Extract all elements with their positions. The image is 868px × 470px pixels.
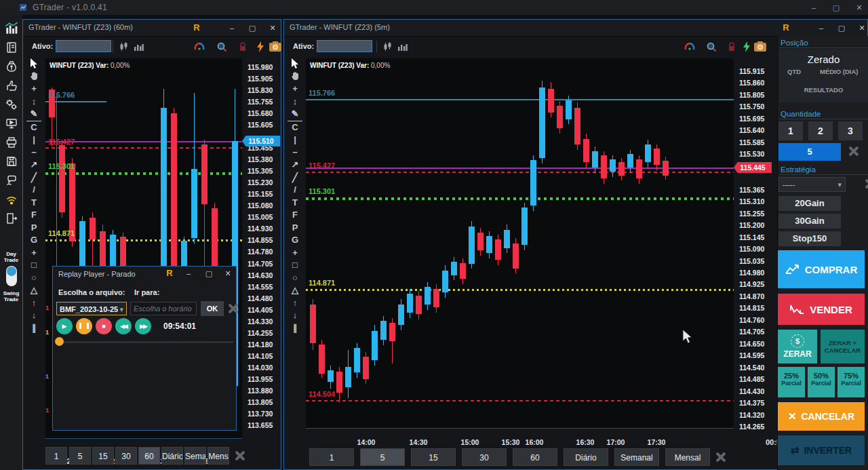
exit-icon[interactable] xyxy=(3,210,20,227)
arrow-trend-tool-icon[interactable]: ↗ xyxy=(26,159,41,172)
replay-settings-icon[interactable] xyxy=(226,302,240,315)
thumbs-up-icon[interactable] xyxy=(3,77,20,94)
replay-slider-track[interactable] xyxy=(56,341,233,343)
text-tool-icon[interactable]: T xyxy=(26,197,41,210)
pitchfork-tool-icon[interactable]: P xyxy=(288,222,302,235)
timeframe-button-Diário[interactable]: Diário xyxy=(161,447,183,465)
timeframe-button-Semanal[interactable]: Semanal xyxy=(614,448,659,466)
timeframe-button-15[interactable]: 15 xyxy=(92,447,114,465)
bar-chart-icon[interactable] xyxy=(395,40,409,54)
timeframe-button-Diário[interactable]: Diário xyxy=(564,448,608,466)
dialog-maximize-button[interactable]: ▢ xyxy=(202,268,216,279)
hand-tool-icon[interactable] xyxy=(288,71,302,83)
search-icon[interactable] xyxy=(705,40,718,54)
support-chat-icon[interactable] xyxy=(3,172,20,189)
arrow-trend-tool-icon[interactable]: ↗ xyxy=(288,159,302,172)
parcial-button-50%[interactable]: 50%Parcial xyxy=(808,367,835,397)
pencil-tool-icon[interactable]: ✎ xyxy=(288,108,302,121)
timeframe-settings-icon[interactable] xyxy=(714,450,728,467)
plus-tool-icon[interactable]: + xyxy=(288,247,302,260)
vline-tool-icon[interactable]: | xyxy=(26,134,41,146)
clone-tool-icon[interactable]: □ xyxy=(26,259,41,272)
window-titlebar-60m[interactable]: GTrader - WINFUT (Z23) (60m) R – ▢ ✕ xyxy=(23,20,281,37)
v-scale-tool-icon[interactable]: ↕ xyxy=(26,96,41,109)
pointer-tool-icon[interactable] xyxy=(288,58,302,71)
triangle-tool-icon[interactable]: △ xyxy=(26,284,41,297)
fast-forward-button[interactable]: ▶▶ xyxy=(135,318,151,334)
quantity-preset-3[interactable]: 3 xyxy=(838,121,863,140)
cancelar-button[interactable]: ✕ CANCELAR xyxy=(778,402,865,431)
close-button[interactable]: ✕ xyxy=(855,22,868,33)
search-icon[interactable] xyxy=(215,40,229,54)
ok-button[interactable]: OK xyxy=(201,301,224,316)
pitchfork-tool-icon[interactable]: P xyxy=(26,222,41,235)
ray-tool-icon[interactable]: / xyxy=(26,184,41,197)
replay-indicator[interactable]: R xyxy=(779,22,793,33)
window-titlebar-5m[interactable]: GTrader - WINFUT (Z23) (5m) R – ▢ ✕ xyxy=(284,20,867,37)
time-input[interactable] xyxy=(130,302,197,315)
circle-tool-icon[interactable]: ○ xyxy=(288,272,302,285)
vline-tool-icon[interactable]: | xyxy=(288,134,302,146)
replay-player-dialog[interactable]: Replay Player - Parado R – ▢ ✕ Escolha o… xyxy=(52,266,237,431)
quantity-preset-2[interactable]: 2 xyxy=(808,121,833,140)
maximize-button[interactable]: ▢ xyxy=(245,22,259,33)
fibonacci-tool-icon[interactable]: F xyxy=(288,209,302,222)
hline-tool-icon[interactable]: − xyxy=(288,146,302,159)
gauge-icon[interactable] xyxy=(683,40,696,54)
parallel-tool-icon[interactable]: ∥ xyxy=(288,322,302,335)
timeframe-button-Sema[interactable]: Sema xyxy=(184,447,206,465)
timeframe-button-1[interactable]: 1 xyxy=(45,447,67,465)
play-button[interactable]: ▶ xyxy=(56,318,73,334)
arrow-down-tool-icon[interactable]: ↓ xyxy=(288,309,302,322)
fibonacci-tool-icon[interactable]: F xyxy=(26,209,41,222)
camera-icon[interactable] xyxy=(269,40,282,54)
timeframe-button-30[interactable]: 30 xyxy=(115,447,137,465)
strategy-button-30Gain[interactable]: 30Gain xyxy=(778,214,841,229)
camera-icon[interactable] xyxy=(753,40,767,54)
crosshair-tool-icon[interactable]: + xyxy=(288,83,302,96)
strategy-settings-icon[interactable] xyxy=(863,177,868,191)
pointer-tool-icon[interactable] xyxy=(26,58,41,71)
parcial-button-75%[interactable]: 75%Parcial xyxy=(837,367,865,397)
pencil-tool-icon[interactable]: ✎ xyxy=(26,108,41,121)
arrow-up-tool-icon[interactable]: ↑ xyxy=(26,297,41,310)
quantity-current-button[interactable]: 5 xyxy=(778,143,841,161)
app-minimize-button[interactable]: – xyxy=(804,0,824,15)
magnet-tool-icon[interactable]: C xyxy=(288,121,302,134)
quantity-settings-icon[interactable] xyxy=(847,144,861,158)
strategy-button-20Gain[interactable]: 20Gain xyxy=(778,196,841,211)
timeframe-button-Mens[interactable]: Mens xyxy=(208,447,229,465)
file-dropdown[interactable]: BMF_2023-10-25▾ xyxy=(56,302,127,315)
quantity-preset-1[interactable]: 1 xyxy=(778,121,803,140)
timeframe-button-15[interactable]: 15 xyxy=(411,448,456,466)
stop-button[interactable]: ■ xyxy=(96,318,112,334)
dialog-close-button[interactable]: ✕ xyxy=(221,268,235,279)
replay-slider-knob[interactable] xyxy=(55,337,64,346)
printer-icon[interactable] xyxy=(3,134,20,151)
dialog-minimize-button[interactable]: – xyxy=(182,268,195,279)
timeframe-button-60[interactable]: 60 xyxy=(138,447,160,465)
price-axis-5m[interactable]: 115.915115.860115.805115.750115.695115.6… xyxy=(734,58,776,444)
strategy-button-Stop150[interactable]: Stop150 xyxy=(778,231,841,246)
ativo-input[interactable] xyxy=(56,40,111,52)
lightning-icon[interactable] xyxy=(254,40,267,54)
plus-tool-icon[interactable]: + xyxy=(26,247,41,260)
arrow-up-tool-icon[interactable]: ↑ xyxy=(288,297,302,310)
circle-tool-icon[interactable]: ○ xyxy=(26,272,41,285)
save-icon[interactable] xyxy=(3,153,20,170)
line-tool-icon[interactable]: ╱ xyxy=(288,172,302,184)
close-button[interactable]: ✕ xyxy=(266,22,279,33)
line-tool-icon[interactable]: ╱ xyxy=(26,172,41,184)
crosshair-tool-icon[interactable]: + xyxy=(26,83,41,96)
minimize-button[interactable]: – xyxy=(225,22,239,33)
text-tool-icon[interactable]: T xyxy=(288,197,302,210)
app-maximize-button[interactable]: ▢ xyxy=(826,0,846,15)
maximize-button[interactable]: ▢ xyxy=(835,22,848,33)
replay-indicator[interactable]: R xyxy=(190,22,203,33)
lock-icon[interactable] xyxy=(236,40,250,54)
timeframe-button-5[interactable]: 5 xyxy=(69,447,91,465)
timeframe-button-Mensal[interactable]: Mensal xyxy=(665,448,710,466)
wifi-icon[interactable] xyxy=(3,191,20,208)
rewind-button[interactable]: ◀◀ xyxy=(115,318,132,334)
timeframe-button-5[interactable]: 5 xyxy=(360,448,405,466)
